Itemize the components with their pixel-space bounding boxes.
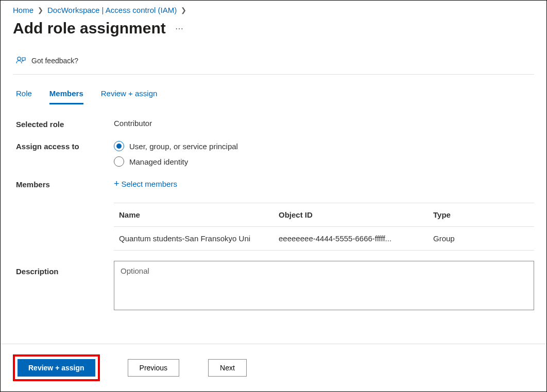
cell-name: Quantum students-San Fransokyo Uni [119,234,279,243]
description-input[interactable] [114,261,534,310]
table-row[interactable]: Quantum students-San Fransokyo Uni eeeee… [114,227,534,250]
chevron-right-icon: ❯ [181,6,186,14]
svg-point-0 [18,57,21,60]
previous-button[interactable]: Previous [128,359,179,377]
selected-role-value: Contributor [114,119,534,129]
radio-user-group-label: User, group, or service principal [129,142,238,151]
page-title: Add role assignment [13,20,166,37]
radio-managed-identity[interactable]: Managed identity [114,156,534,167]
select-members-link[interactable]: + Select members [114,179,177,188]
tab-role[interactable]: Role [16,89,32,104]
feedback-label: Got feedback? [31,57,78,65]
radio-icon [114,141,124,151]
tab-review-assign[interactable]: Review + assign [101,89,158,104]
description-row: Description [1,261,546,310]
assign-access-radio-group: User, group, or service principal Manage… [114,141,534,167]
select-members-label: Select members [122,180,177,188]
radio-user-group[interactable]: User, group, or service principal [114,141,534,151]
members-table-header: Name Object ID Type [114,203,534,227]
selected-role-label: Selected role [16,119,114,129]
selected-role-row: Selected role Contributor [16,119,534,129]
chevron-right-icon: ❯ [38,6,43,14]
assign-access-row: Assign access to User, group, or service… [16,141,534,167]
form-section: Selected role Contributor Assign access … [1,104,546,251]
description-label: Description [16,261,114,310]
title-row: Add role assignment ⋯ [1,17,546,47]
col-header-name[interactable]: Name [119,210,279,219]
breadcrumb-home[interactable]: Home [13,6,33,14]
cell-type: Group [433,234,529,243]
review-assign-button[interactable]: Review + assign [18,359,95,377]
assign-access-label: Assign access to [16,141,114,167]
feedback-link[interactable]: Got feedback? [13,47,534,75]
members-row: Members + Select members Name Object ID … [16,179,534,251]
members-label: Members [16,179,114,251]
tabs: Role Members Review + assign [13,75,534,104]
radio-managed-identity-label: Managed identity [129,157,188,166]
col-header-type[interactable]: Type [433,210,529,219]
footer: Review + assign Previous Next [1,344,546,391]
breadcrumb-workspace[interactable]: DocWorkspace | Access control (IAM) [47,6,177,14]
breadcrumb: Home ❯ DocWorkspace | Access control (IA… [1,1,546,17]
col-header-objectid[interactable]: Object ID [279,210,433,219]
plus-icon: + [114,179,119,188]
members-table: Name Object ID Type Quantum students-San… [114,203,534,251]
cell-objectid: eeeeeeee-4444-5555-6666-fffff... [279,234,433,243]
highlight-annotation: Review + assign [13,354,100,381]
tab-members[interactable]: Members [49,89,83,104]
feedback-icon [16,56,26,66]
next-button[interactable]: Next [208,359,247,377]
radio-icon [114,156,124,167]
more-actions-icon[interactable]: ⋯ [175,24,184,33]
members-value-area: + Select members Name Object ID Type Qua… [114,179,534,251]
